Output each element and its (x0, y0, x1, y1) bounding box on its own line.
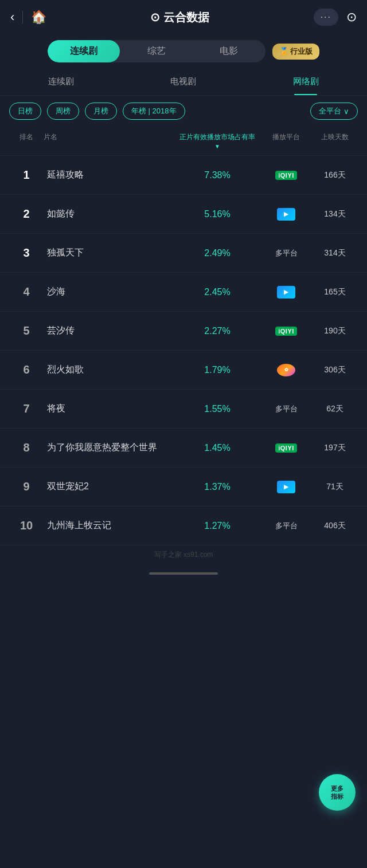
scan-icon[interactable]: ⊙ (346, 10, 357, 25)
market-share-value: 5.16% (174, 209, 260, 219)
platform-logo: 多平台 (260, 521, 312, 531)
days-on-air: 190天 (312, 326, 358, 336)
watermark: 写手之家 xs91.com (0, 545, 367, 564)
market-share-value: 1.37% (174, 482, 260, 492)
drama-title: 为了你我愿意热爱整个世界 (44, 441, 174, 454)
rank-number: 2 (9, 207, 44, 221)
days-on-air: 306天 (312, 365, 358, 375)
th-title: 片名 (44, 132, 174, 150)
days-on-air: 314天 (312, 248, 358, 258)
drama-title: 如懿传 (44, 207, 174, 220)
rank-number: 3 (9, 246, 44, 260)
market-share-value: 2.49% (174, 248, 260, 258)
drama-title: 沙海 (44, 285, 174, 298)
rank-number: 6 (9, 363, 44, 376)
table-row[interactable]: 1延禧攻略7.38%iQIYI166天 (0, 156, 367, 195)
more-button[interactable]: ··· (314, 9, 338, 26)
sort-arrow-icon: ▼ (214, 143, 220, 150)
table-body: 1延禧攻略7.38%iQIYI166天2如懿传5.16%▶134天3独孤天下2.… (0, 156, 367, 545)
filter-right: 全平台 ∨ (310, 103, 358, 120)
days-on-air: 197天 (312, 443, 358, 453)
sub-tabs: 连续剧 电视剧 网络剧 (0, 68, 367, 96)
sub-tab-web-drama[interactable]: 网络剧 (245, 68, 367, 95)
market-share-value: 2.45% (174, 287, 260, 297)
tab-drama[interactable]: 连续剧 (48, 40, 120, 62)
youku-logo: ▶ (277, 208, 295, 221)
app-title: 云合数据 (163, 10, 209, 25)
days-on-air: 134天 (312, 209, 358, 219)
multi-platform-text: 多平台 (275, 404, 298, 414)
days-on-air: 62天 (312, 404, 358, 414)
platform-logo: iQIYI (260, 443, 312, 453)
table-row[interactable]: 5芸汐传2.27%iQIYI190天 (0, 312, 367, 351)
platform-logo: ✿ (260, 364, 312, 376)
table-row[interactable]: 2如懿传5.16%▶134天 (0, 195, 367, 234)
table-row[interactable]: 3独孤天下2.49%多平台314天 (0, 234, 367, 273)
sub-tab-all-drama[interactable]: 连续剧 (0, 68, 122, 95)
market-share-value: 1.45% (174, 443, 260, 453)
industry-badge[interactable]: 🏅 行业版 (272, 44, 320, 60)
filter-monthly[interactable]: 月榜 (85, 103, 117, 120)
rank-number: 4 (9, 285, 44, 299)
table-row[interactable]: 6烈火如歌1.79%✿306天 (0, 351, 367, 390)
more-metrics-button[interactable]: 更多 指标 (319, 774, 356, 811)
platform-logo: ▶ (260, 481, 312, 493)
drama-title: 延禧攻略 (44, 168, 174, 181)
multi-platform-text: 多平台 (275, 248, 298, 258)
th-days: 上映天数 (312, 132, 358, 150)
days-on-air: 71天 (312, 482, 358, 492)
nav-title: ⊙ 云合数据 (150, 10, 209, 25)
tab-movie[interactable]: 电影 (193, 40, 266, 62)
filter-yearly[interactable]: 年榜 | 2018年 (123, 103, 185, 120)
platform-logo: 多平台 (260, 404, 312, 414)
table-row[interactable]: 8为了你我愿意热爱整个世界1.45%iQIYI197天 (0, 429, 367, 468)
drama-title: 独孤天下 (44, 246, 174, 259)
filter-daily[interactable]: 日榜 (9, 103, 41, 120)
rank-number: 5 (9, 324, 44, 337)
platform-logo: 多平台 (260, 248, 312, 258)
table-row[interactable]: 9双世宠妃21.37%▶71天 (0, 468, 367, 506)
youku-logo: ▶ (277, 481, 295, 493)
drama-title: 烈火如歌 (44, 363, 174, 376)
market-share-value: 7.38% (174, 170, 260, 180)
market-share-value: 1.79% (174, 365, 260, 375)
sub-tab-tv-drama[interactable]: 电视剧 (122, 68, 244, 95)
tab-variety[interactable]: 综艺 (120, 40, 193, 62)
market-share-value: 2.27% (174, 326, 260, 336)
back-button[interactable]: ‹ (10, 10, 14, 25)
table-row[interactable]: 7将夜1.55%多平台62天 (0, 390, 367, 429)
nav-right: ··· ⊙ (314, 9, 357, 26)
rank-number: 10 (9, 519, 44, 532)
chevron-down-icon: ∨ (343, 107, 349, 116)
drama-title: 双世宠妃2 (44, 480, 174, 493)
days-on-air: 166天 (312, 170, 358, 180)
iqiyi-logo: iQIYI (275, 171, 297, 180)
home-icon[interactable]: 🏠 (31, 10, 46, 25)
drama-title: 将夜 (44, 402, 174, 415)
platform-logo: ▶ (260, 208, 312, 221)
th-market-share[interactable]: 正片有效播放市场占有率 ▼ (174, 132, 260, 150)
market-share-value: 1.27% (174, 521, 260, 531)
iqiyi-logo: iQIYI (275, 443, 297, 453)
rank-number: 1 (9, 168, 44, 182)
filter-row: 日榜 周榜 月榜 年榜 | 2018年 全平台 ∨ (0, 96, 367, 127)
youku-logo: ▶ (277, 286, 295, 299)
main-tab-group: 连续剧 综艺 电影 (48, 40, 266, 62)
drama-title: 芸汐传 (44, 324, 174, 337)
platform-select[interactable]: 全平台 ∨ (310, 103, 358, 120)
main-tabs: 连续剧 综艺 电影 🏅 行业版 (0, 34, 367, 68)
platform-logo: iQIYI (260, 327, 312, 336)
th-rank: 排名 (9, 132, 44, 150)
filter-weekly[interactable]: 周榜 (47, 103, 79, 120)
table-row[interactable]: 4沙海2.45%▶165天 (0, 273, 367, 312)
top-nav: ‹ 🏠 ⊙ 云合数据 ··· ⊙ (0, 0, 367, 34)
th-platform: 播放平台 (260, 132, 312, 150)
rank-number: 7 (9, 402, 44, 415)
yunhe-logo-icon: ⊙ (150, 10, 160, 24)
rank-number: 8 (9, 441, 44, 454)
home-indicator (149, 572, 218, 575)
nav-divider (22, 11, 23, 23)
rank-number: 9 (9, 480, 44, 493)
table-row[interactable]: 10九州海上牧云记1.27%多平台406天 (0, 506, 367, 545)
nav-left: ‹ 🏠 (10, 10, 46, 25)
